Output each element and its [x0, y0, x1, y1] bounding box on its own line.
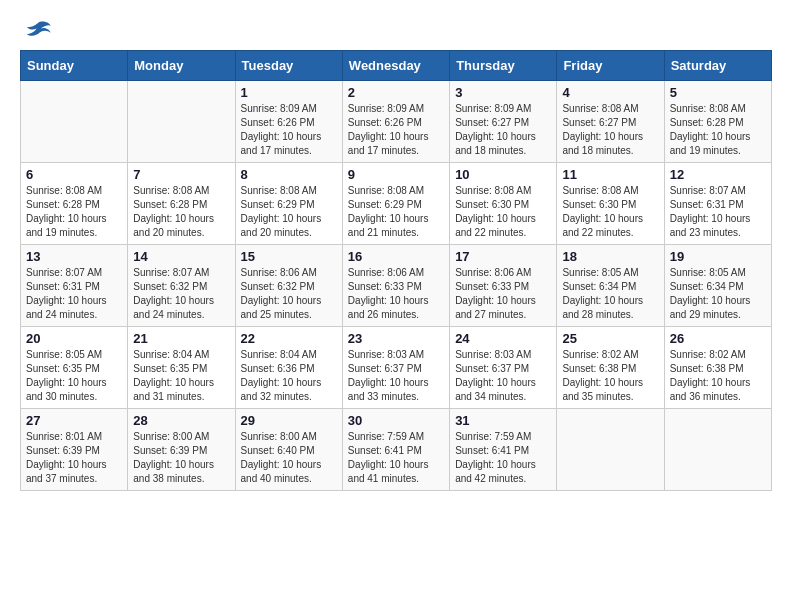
- day-number: 18: [562, 249, 658, 264]
- day-info: Sunrise: 8:09 AMSunset: 6:26 PMDaylight:…: [241, 102, 337, 158]
- day-info: Sunrise: 8:00 AMSunset: 6:39 PMDaylight:…: [133, 430, 229, 486]
- week-row-5: 27Sunrise: 8:01 AMSunset: 6:39 PMDayligh…: [21, 409, 772, 491]
- header-day-thursday: Thursday: [450, 51, 557, 81]
- day-info: Sunrise: 7:59 AMSunset: 6:41 PMDaylight:…: [455, 430, 551, 486]
- day-info: Sunrise: 8:08 AMSunset: 6:28 PMDaylight:…: [26, 184, 122, 240]
- header-day-monday: Monday: [128, 51, 235, 81]
- calendar-cell: 2Sunrise: 8:09 AMSunset: 6:26 PMDaylight…: [342, 81, 449, 163]
- calendar-cell: 22Sunrise: 8:04 AMSunset: 6:36 PMDayligh…: [235, 327, 342, 409]
- calendar-cell: [21, 81, 128, 163]
- day-number: 11: [562, 167, 658, 182]
- calendar-cell: 17Sunrise: 8:06 AMSunset: 6:33 PMDayligh…: [450, 245, 557, 327]
- day-info: Sunrise: 8:06 AMSunset: 6:33 PMDaylight:…: [348, 266, 444, 322]
- calendar-cell: 1Sunrise: 8:09 AMSunset: 6:26 PMDaylight…: [235, 81, 342, 163]
- day-number: 5: [670, 85, 766, 100]
- calendar-cell: 6Sunrise: 8:08 AMSunset: 6:28 PMDaylight…: [21, 163, 128, 245]
- day-info: Sunrise: 8:05 AMSunset: 6:34 PMDaylight:…: [670, 266, 766, 322]
- day-number: 17: [455, 249, 551, 264]
- calendar-cell: 16Sunrise: 8:06 AMSunset: 6:33 PMDayligh…: [342, 245, 449, 327]
- day-info: Sunrise: 8:04 AMSunset: 6:35 PMDaylight:…: [133, 348, 229, 404]
- calendar-cell: 18Sunrise: 8:05 AMSunset: 6:34 PMDayligh…: [557, 245, 664, 327]
- week-row-1: 1Sunrise: 8:09 AMSunset: 6:26 PMDaylight…: [21, 81, 772, 163]
- day-info: Sunrise: 8:06 AMSunset: 6:32 PMDaylight:…: [241, 266, 337, 322]
- header-day-saturday: Saturday: [664, 51, 771, 81]
- day-number: 13: [26, 249, 122, 264]
- calendar-cell: 4Sunrise: 8:08 AMSunset: 6:27 PMDaylight…: [557, 81, 664, 163]
- calendar-cell: 7Sunrise: 8:08 AMSunset: 6:28 PMDaylight…: [128, 163, 235, 245]
- day-info: Sunrise: 8:03 AMSunset: 6:37 PMDaylight:…: [455, 348, 551, 404]
- day-number: 27: [26, 413, 122, 428]
- calendar-cell: [664, 409, 771, 491]
- calendar-cell: 14Sunrise: 8:07 AMSunset: 6:32 PMDayligh…: [128, 245, 235, 327]
- day-number: 14: [133, 249, 229, 264]
- calendar-cell: 31Sunrise: 7:59 AMSunset: 6:41 PMDayligh…: [450, 409, 557, 491]
- calendar-cell: 8Sunrise: 8:08 AMSunset: 6:29 PMDaylight…: [235, 163, 342, 245]
- day-info: Sunrise: 8:08 AMSunset: 6:28 PMDaylight:…: [133, 184, 229, 240]
- day-info: Sunrise: 8:07 AMSunset: 6:31 PMDaylight:…: [26, 266, 122, 322]
- day-info: Sunrise: 8:05 AMSunset: 6:35 PMDaylight:…: [26, 348, 122, 404]
- day-number: 21: [133, 331, 229, 346]
- day-info: Sunrise: 8:07 AMSunset: 6:31 PMDaylight:…: [670, 184, 766, 240]
- day-number: 26: [670, 331, 766, 346]
- day-number: 16: [348, 249, 444, 264]
- day-info: Sunrise: 8:02 AMSunset: 6:38 PMDaylight:…: [670, 348, 766, 404]
- day-number: 19: [670, 249, 766, 264]
- header-day-wednesday: Wednesday: [342, 51, 449, 81]
- logo: [20, 20, 52, 40]
- day-number: 23: [348, 331, 444, 346]
- day-info: Sunrise: 8:05 AMSunset: 6:34 PMDaylight:…: [562, 266, 658, 322]
- day-info: Sunrise: 8:09 AMSunset: 6:27 PMDaylight:…: [455, 102, 551, 158]
- day-info: Sunrise: 8:06 AMSunset: 6:33 PMDaylight:…: [455, 266, 551, 322]
- day-number: 31: [455, 413, 551, 428]
- day-number: 6: [26, 167, 122, 182]
- day-number: 22: [241, 331, 337, 346]
- day-info: Sunrise: 8:02 AMSunset: 6:38 PMDaylight:…: [562, 348, 658, 404]
- day-number: 7: [133, 167, 229, 182]
- calendar-cell: 24Sunrise: 8:03 AMSunset: 6:37 PMDayligh…: [450, 327, 557, 409]
- calendar-cell: 27Sunrise: 8:01 AMSunset: 6:39 PMDayligh…: [21, 409, 128, 491]
- day-number: 1: [241, 85, 337, 100]
- day-number: 29: [241, 413, 337, 428]
- day-info: Sunrise: 8:08 AMSunset: 6:28 PMDaylight:…: [670, 102, 766, 158]
- calendar-cell: 29Sunrise: 8:00 AMSunset: 6:40 PMDayligh…: [235, 409, 342, 491]
- header-row: SundayMondayTuesdayWednesdayThursdayFrid…: [21, 51, 772, 81]
- calendar-cell: 19Sunrise: 8:05 AMSunset: 6:34 PMDayligh…: [664, 245, 771, 327]
- day-info: Sunrise: 8:08 AMSunset: 6:30 PMDaylight:…: [455, 184, 551, 240]
- day-number: 20: [26, 331, 122, 346]
- day-number: 2: [348, 85, 444, 100]
- calendar-cell: 21Sunrise: 8:04 AMSunset: 6:35 PMDayligh…: [128, 327, 235, 409]
- header-day-tuesday: Tuesday: [235, 51, 342, 81]
- day-info: Sunrise: 8:08 AMSunset: 6:29 PMDaylight:…: [241, 184, 337, 240]
- calendar-cell: 10Sunrise: 8:08 AMSunset: 6:30 PMDayligh…: [450, 163, 557, 245]
- day-info: Sunrise: 8:08 AMSunset: 6:27 PMDaylight:…: [562, 102, 658, 158]
- header-day-sunday: Sunday: [21, 51, 128, 81]
- page-header: [20, 20, 772, 40]
- day-info: Sunrise: 8:00 AMSunset: 6:40 PMDaylight:…: [241, 430, 337, 486]
- day-info: Sunrise: 7:59 AMSunset: 6:41 PMDaylight:…: [348, 430, 444, 486]
- day-number: 10: [455, 167, 551, 182]
- calendar-cell: 30Sunrise: 7:59 AMSunset: 6:41 PMDayligh…: [342, 409, 449, 491]
- calendar-cell: [557, 409, 664, 491]
- day-info: Sunrise: 8:01 AMSunset: 6:39 PMDaylight:…: [26, 430, 122, 486]
- week-row-3: 13Sunrise: 8:07 AMSunset: 6:31 PMDayligh…: [21, 245, 772, 327]
- day-info: Sunrise: 8:07 AMSunset: 6:32 PMDaylight:…: [133, 266, 229, 322]
- calendar-cell: 26Sunrise: 8:02 AMSunset: 6:38 PMDayligh…: [664, 327, 771, 409]
- header-day-friday: Friday: [557, 51, 664, 81]
- calendar-cell: 13Sunrise: 8:07 AMSunset: 6:31 PMDayligh…: [21, 245, 128, 327]
- calendar-cell: 28Sunrise: 8:00 AMSunset: 6:39 PMDayligh…: [128, 409, 235, 491]
- day-number: 8: [241, 167, 337, 182]
- calendar-cell: [128, 81, 235, 163]
- day-number: 25: [562, 331, 658, 346]
- calendar-cell: 3Sunrise: 8:09 AMSunset: 6:27 PMDaylight…: [450, 81, 557, 163]
- day-number: 30: [348, 413, 444, 428]
- day-info: Sunrise: 8:08 AMSunset: 6:30 PMDaylight:…: [562, 184, 658, 240]
- day-number: 4: [562, 85, 658, 100]
- calendar-table: SundayMondayTuesdayWednesdayThursdayFrid…: [20, 50, 772, 491]
- day-number: 12: [670, 167, 766, 182]
- week-row-4: 20Sunrise: 8:05 AMSunset: 6:35 PMDayligh…: [21, 327, 772, 409]
- logo-bird-icon: [24, 20, 52, 40]
- day-info: Sunrise: 8:08 AMSunset: 6:29 PMDaylight:…: [348, 184, 444, 240]
- day-number: 24: [455, 331, 551, 346]
- day-info: Sunrise: 8:04 AMSunset: 6:36 PMDaylight:…: [241, 348, 337, 404]
- week-row-2: 6Sunrise: 8:08 AMSunset: 6:28 PMDaylight…: [21, 163, 772, 245]
